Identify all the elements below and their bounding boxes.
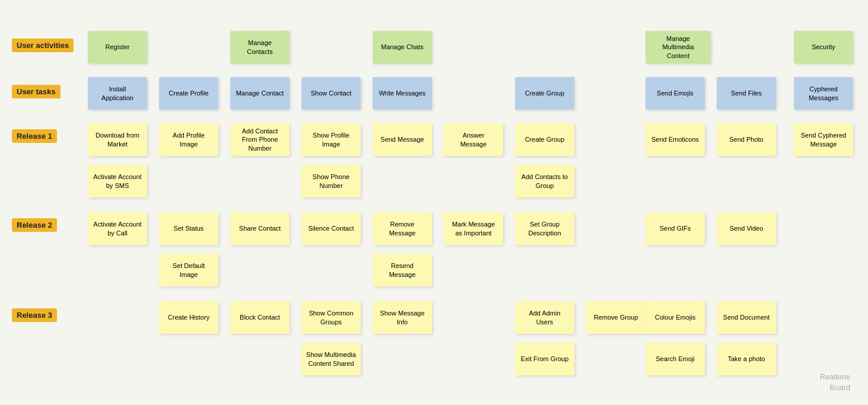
- sticky-remove-group[interactable]: Remove Group: [586, 301, 646, 334]
- sticky-register[interactable]: Register: [88, 31, 147, 63]
- sticky-add-profile-image[interactable]: Add Profile Image: [159, 123, 218, 156]
- sticky-block-contact[interactable]: Block Contact: [230, 301, 290, 334]
- sticky-send-gifs[interactable]: Send GIFs: [646, 212, 705, 245]
- sticky-take-photo[interactable]: Take a photo: [717, 343, 776, 375]
- sticky-activate-call[interactable]: Activate Account by Call: [88, 212, 147, 245]
- sticky-silence-contact[interactable]: Silence Contact: [301, 212, 361, 245]
- sticky-show-message-info[interactable]: Show Message Info: [373, 301, 432, 334]
- sticky-manage-contact[interactable]: Manage Contact: [230, 77, 290, 110]
- sticky-show-profile-image[interactable]: Show Profile Image: [301, 123, 361, 156]
- sticky-show-multimedia-shared[interactable]: Show Multimedia Content Shared: [301, 343, 361, 375]
- sticky-manage-chats[interactable]: Manage Chats: [373, 31, 432, 63]
- sticky-manage-multimedia[interactable]: Manage Multimedia Content: [646, 31, 711, 63]
- sticky-search-emoji[interactable]: Search Emoji: [646, 343, 705, 375]
- sticky-send-photo[interactable]: Send Photo: [717, 123, 776, 156]
- sticky-create-group-r1[interactable]: Create Group: [515, 123, 574, 156]
- sticky-send-cyphered-message[interactable]: Send Cyphered Message: [794, 123, 853, 156]
- sticky-set-default-image[interactable]: Set Default Image: [159, 254, 218, 286]
- sticky-exit-from-group[interactable]: Exit From Group: [515, 343, 574, 375]
- sticky-create-profile[interactable]: Create Profile: [159, 77, 218, 110]
- sticky-send-files[interactable]: Send Files: [717, 77, 776, 110]
- sticky-send-emojis[interactable]: Send Emojis: [646, 77, 705, 110]
- sticky-colour-emojis[interactable]: Colour Emojis: [646, 301, 705, 334]
- sticky-add-contact-phone[interactable]: Add Contact From Phone Number: [230, 123, 290, 156]
- sticky-manage-contacts[interactable]: Manage Contacts: [230, 31, 290, 63]
- sticky-create-group-task[interactable]: Create Group: [515, 77, 574, 110]
- sticky-security[interactable]: Security: [794, 31, 853, 63]
- label-user-tasks: User tasks: [12, 85, 61, 98]
- sticky-create-history[interactable]: Create History: [159, 301, 218, 334]
- sticky-write-messages[interactable]: Write Messages: [373, 77, 432, 110]
- label-release3: Release 3: [12, 308, 57, 322]
- sticky-set-group-desc[interactable]: Set Group Description: [515, 212, 574, 245]
- sticky-install-application[interactable]: Install Application: [88, 77, 147, 110]
- sticky-download-market[interactable]: Download from Market: [88, 123, 147, 156]
- sticky-share-contact[interactable]: Share Contact: [230, 212, 290, 245]
- sticky-remove-message[interactable]: Remove Message: [373, 212, 432, 245]
- sticky-send-video[interactable]: Send Video: [717, 212, 776, 245]
- sticky-resend-message[interactable]: Resend Message: [373, 254, 432, 286]
- label-release1: Release 1: [12, 129, 57, 143]
- sticky-send-emoticons[interactable]: Send Emoticons: [646, 123, 705, 156]
- sticky-activate-sms[interactable]: Activate Account by SMS: [88, 165, 147, 197]
- sticky-cyphered-messages[interactable]: Cyphered Messages: [794, 77, 853, 110]
- sticky-show-contact[interactable]: Show Contact: [301, 77, 361, 110]
- label-user-activities: User activities: [12, 39, 74, 52]
- sticky-send-document[interactable]: Send Document: [717, 301, 776, 334]
- sticky-answer-message[interactable]: Answer Message: [444, 123, 503, 156]
- sticky-mark-important[interactable]: Mark Message as Important: [444, 212, 503, 245]
- sticky-add-admin-users[interactable]: Add Admin Users: [515, 301, 574, 334]
- label-release2: Release 2: [12, 218, 57, 232]
- watermark: Realtime Board: [820, 372, 850, 393]
- sticky-show-common-groups[interactable]: Show Common Groups: [301, 301, 361, 334]
- sticky-add-contacts-group[interactable]: Add Contacts to Group: [515, 165, 574, 197]
- sticky-show-phone-number[interactable]: Show Phone Number: [301, 165, 361, 197]
- sticky-send-message[interactable]: Send Message: [373, 123, 432, 156]
- board: User activities User tasks Release 1 Rel…: [0, 0, 868, 405]
- sticky-set-status[interactable]: Set Status: [159, 212, 218, 245]
